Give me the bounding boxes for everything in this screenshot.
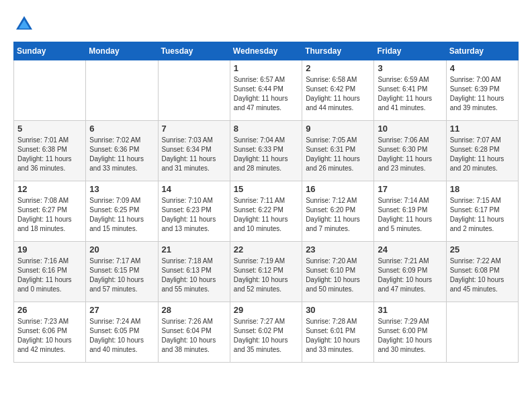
calendar-cell: 4Sunrise: 7:00 AM Sunset: 6:39 PM Daylig… xyxy=(446,60,518,121)
day-number: 16 xyxy=(306,184,370,194)
calendar-cell: 31Sunrise: 7:29 AM Sunset: 6:00 PM Dayli… xyxy=(374,302,446,363)
day-info: Sunrise: 7:20 AM Sunset: 6:10 PM Dayligh… xyxy=(306,257,370,294)
day-info: Sunrise: 7:24 AM Sunset: 6:05 PM Dayligh… xyxy=(89,317,154,355)
calendar-cell: 20Sunrise: 7:17 AM Sunset: 6:15 PM Dayli… xyxy=(86,242,158,302)
calendar-week-row: 5Sunrise: 7:01 AM Sunset: 6:38 PM Daylig… xyxy=(14,121,519,181)
weekday-header: Tuesday xyxy=(158,42,230,60)
calendar-cell: 24Sunrise: 7:21 AM Sunset: 6:09 PM Dayli… xyxy=(374,242,446,302)
calendar-cell: 5Sunrise: 7:01 AM Sunset: 6:38 PM Daylig… xyxy=(14,121,86,181)
day-info: Sunrise: 7:21 AM Sunset: 6:09 PM Dayligh… xyxy=(378,257,442,294)
calendar-header: SundayMondayTuesdayWednesdayThursdayFrid… xyxy=(14,42,519,60)
day-number: 10 xyxy=(378,124,442,134)
calendar-cell: 19Sunrise: 7:16 AM Sunset: 6:16 PM Dayli… xyxy=(14,242,86,302)
day-number: 9 xyxy=(306,124,370,134)
calendar-cell: 7Sunrise: 7:03 AM Sunset: 6:34 PM Daylig… xyxy=(158,121,230,181)
calendar-cell: 21Sunrise: 7:18 AM Sunset: 6:13 PM Dayli… xyxy=(158,242,230,302)
calendar-cell xyxy=(446,302,518,363)
day-number: 12 xyxy=(17,184,82,194)
logo-icon xyxy=(13,13,35,35)
day-number: 14 xyxy=(162,184,226,194)
day-number: 24 xyxy=(378,244,442,255)
calendar-cell: 29Sunrise: 7:27 AM Sunset: 6:02 PM Dayli… xyxy=(230,302,302,363)
calendar-cell: 25Sunrise: 7:22 AM Sunset: 6:08 PM Dayli… xyxy=(446,242,518,302)
calendar-week-row: 19Sunrise: 7:16 AM Sunset: 6:16 PM Dayli… xyxy=(14,242,519,302)
day-number: 5 xyxy=(17,124,82,134)
day-number: 27 xyxy=(89,305,154,315)
calendar-cell: 14Sunrise: 7:10 AM Sunset: 6:23 PM Dayli… xyxy=(158,181,230,242)
calendar-cell: 1Sunrise: 6:57 AM Sunset: 6:44 PM Daylig… xyxy=(230,60,302,121)
day-number: 20 xyxy=(89,244,154,255)
day-info: Sunrise: 6:58 AM Sunset: 6:42 PM Dayligh… xyxy=(306,75,370,113)
calendar-cell: 16Sunrise: 7:12 AM Sunset: 6:20 PM Dayli… xyxy=(302,181,374,242)
day-number: 31 xyxy=(378,305,442,315)
day-number: 25 xyxy=(450,244,515,255)
day-info: Sunrise: 7:27 AM Sunset: 6:02 PM Dayligh… xyxy=(234,317,298,355)
day-number: 22 xyxy=(234,244,298,255)
weekday-header: Saturday xyxy=(446,42,518,60)
calendar-cell: 13Sunrise: 7:09 AM Sunset: 6:25 PM Dayli… xyxy=(86,181,158,242)
calendar-cell xyxy=(86,60,158,121)
calendar-cell: 3Sunrise: 6:59 AM Sunset: 6:41 PM Daylig… xyxy=(374,60,446,121)
day-info: Sunrise: 7:06 AM Sunset: 6:30 PM Dayligh… xyxy=(378,136,442,173)
calendar-cell: 28Sunrise: 7:26 AM Sunset: 6:04 PM Dayli… xyxy=(158,302,230,363)
calendar-cell: 27Sunrise: 7:24 AM Sunset: 6:05 PM Dayli… xyxy=(86,302,158,363)
calendar-cell: 12Sunrise: 7:08 AM Sunset: 6:27 PM Dayli… xyxy=(14,181,86,242)
calendar-cell xyxy=(158,60,230,121)
calendar-cell: 9Sunrise: 7:05 AM Sunset: 6:31 PM Daylig… xyxy=(302,121,374,181)
day-info: Sunrise: 7:22 AM Sunset: 6:08 PM Dayligh… xyxy=(450,257,515,294)
calendar-cell: 11Sunrise: 7:07 AM Sunset: 6:28 PM Dayli… xyxy=(446,121,518,181)
weekday-header: Monday xyxy=(86,42,158,60)
day-info: Sunrise: 7:23 AM Sunset: 6:06 PM Dayligh… xyxy=(17,317,82,355)
day-number: 19 xyxy=(17,244,82,255)
day-number: 23 xyxy=(306,244,370,255)
day-number: 21 xyxy=(162,244,226,255)
day-info: Sunrise: 7:19 AM Sunset: 6:12 PM Dayligh… xyxy=(234,257,298,294)
day-info: Sunrise: 7:03 AM Sunset: 6:34 PM Dayligh… xyxy=(162,136,226,173)
day-info: Sunrise: 7:05 AM Sunset: 6:31 PM Dayligh… xyxy=(306,136,370,173)
day-number: 29 xyxy=(234,305,298,315)
calendar-cell: 15Sunrise: 7:11 AM Sunset: 6:22 PM Dayli… xyxy=(230,181,302,242)
calendar-table: SundayMondayTuesdayWednesdayThursdayFrid… xyxy=(13,42,519,363)
calendar-cell: 10Sunrise: 7:06 AM Sunset: 6:30 PM Dayli… xyxy=(374,121,446,181)
day-number: 17 xyxy=(378,184,442,194)
calendar-cell: 22Sunrise: 7:19 AM Sunset: 6:12 PM Dayli… xyxy=(230,242,302,302)
day-info: Sunrise: 7:28 AM Sunset: 6:01 PM Dayligh… xyxy=(306,317,370,355)
day-info: Sunrise: 7:15 AM Sunset: 6:17 PM Dayligh… xyxy=(450,196,515,234)
day-info: Sunrise: 6:59 AM Sunset: 6:41 PM Dayligh… xyxy=(378,75,442,113)
day-info: Sunrise: 7:00 AM Sunset: 6:39 PM Dayligh… xyxy=(450,75,515,113)
day-number: 3 xyxy=(378,63,442,73)
day-number: 2 xyxy=(306,63,370,73)
calendar-week-row: 26Sunrise: 7:23 AM Sunset: 6:06 PM Dayli… xyxy=(14,302,519,363)
weekday-header: Friday xyxy=(374,42,446,60)
day-number: 6 xyxy=(89,124,154,134)
logo xyxy=(13,13,38,35)
weekday-header: Thursday xyxy=(302,42,374,60)
calendar-cell: 26Sunrise: 7:23 AM Sunset: 6:06 PM Dayli… xyxy=(14,302,86,363)
day-number: 28 xyxy=(162,305,226,315)
calendar-week-row: 1Sunrise: 6:57 AM Sunset: 6:44 PM Daylig… xyxy=(14,60,519,121)
calendar-cell: 6Sunrise: 7:02 AM Sunset: 6:36 PM Daylig… xyxy=(86,121,158,181)
calendar-cell: 23Sunrise: 7:20 AM Sunset: 6:10 PM Dayli… xyxy=(302,242,374,302)
day-info: Sunrise: 7:11 AM Sunset: 6:22 PM Dayligh… xyxy=(234,196,298,234)
calendar-cell xyxy=(14,60,86,121)
day-number: 13 xyxy=(89,184,154,194)
day-info: Sunrise: 6:57 AM Sunset: 6:44 PM Dayligh… xyxy=(234,75,298,113)
calendar-cell: 17Sunrise: 7:14 AM Sunset: 6:19 PM Dayli… xyxy=(374,181,446,242)
day-info: Sunrise: 7:17 AM Sunset: 6:15 PM Dayligh… xyxy=(89,257,154,294)
day-number: 26 xyxy=(17,305,82,315)
day-info: Sunrise: 7:14 AM Sunset: 6:19 PM Dayligh… xyxy=(378,196,442,234)
day-number: 30 xyxy=(306,305,370,315)
day-info: Sunrise: 7:07 AM Sunset: 6:28 PM Dayligh… xyxy=(450,136,515,173)
calendar-cell: 30Sunrise: 7:28 AM Sunset: 6:01 PM Dayli… xyxy=(302,302,374,363)
day-info: Sunrise: 7:26 AM Sunset: 6:04 PM Dayligh… xyxy=(162,317,226,355)
day-info: Sunrise: 7:04 AM Sunset: 6:33 PM Dayligh… xyxy=(234,136,298,173)
day-info: Sunrise: 7:08 AM Sunset: 6:27 PM Dayligh… xyxy=(17,196,82,234)
day-info: Sunrise: 7:18 AM Sunset: 6:13 PM Dayligh… xyxy=(162,257,226,294)
day-number: 8 xyxy=(234,124,298,134)
day-info: Sunrise: 7:02 AM Sunset: 6:36 PM Dayligh… xyxy=(89,136,154,173)
day-info: Sunrise: 7:16 AM Sunset: 6:16 PM Dayligh… xyxy=(17,257,82,294)
day-info: Sunrise: 7:01 AM Sunset: 6:38 PM Dayligh… xyxy=(17,136,82,173)
day-number: 15 xyxy=(234,184,298,194)
page-header xyxy=(13,13,519,35)
weekday-header: Wednesday xyxy=(230,42,302,60)
